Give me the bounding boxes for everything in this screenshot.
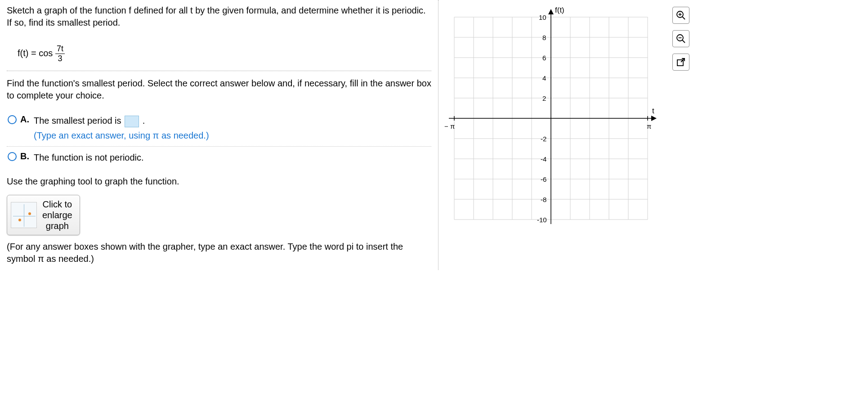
instruction-text: Find the function's smallest period. Sel… <box>7 77 431 102</box>
svg-text:6: 6 <box>542 54 546 62</box>
choice-a-hint: (Type an exact answer, using π as needed… <box>34 129 209 142</box>
svg-text:10: 10 <box>539 13 546 21</box>
choice-b-letter: B. <box>20 151 29 162</box>
svg-text:8: 8 <box>542 34 546 41</box>
formula-lhs: f(t) = cos <box>18 48 53 58</box>
grapher-note: (For any answer boxes shown with the gra… <box>7 241 431 265</box>
x-tick-left: − π <box>444 122 455 130</box>
choices-group: A. The smallest period is . (Type an exa… <box>7 112 431 166</box>
choice-b-text: The function is not periodic. <box>34 151 144 164</box>
choice-a-before: The smallest period is <box>34 116 124 126</box>
svg-text:-6: -6 <box>541 175 546 183</box>
x-tick-right: π <box>647 122 651 130</box>
question-panel: Sketch a graph of the function f defined… <box>0 0 438 270</box>
svg-text:-10: -10 <box>537 216 547 224</box>
enlarge-graph-label: Click toenlargegraph <box>42 199 72 231</box>
graph-panel: 10 8 6 4 2 -2 -4 -6 -8 -10 − π π f(t) t <box>438 0 677 270</box>
svg-line-35 <box>682 17 685 19</box>
choice-b: B. The function is not periodic. <box>7 148 431 166</box>
enlarge-graph-button[interactable]: Click toenlargegraph <box>7 195 80 235</box>
zoom-out-button[interactable] <box>672 30 689 47</box>
zoom-in-icon <box>676 10 686 20</box>
svg-text:-2: -2 <box>541 135 546 143</box>
answer-input-a[interactable] <box>125 116 139 127</box>
graph-prompt: Use the graphing tool to graph the funct… <box>7 176 431 187</box>
choice-a: A. The smallest period is . (Type an exa… <box>7 112 431 144</box>
popout-button[interactable] <box>672 54 689 71</box>
y-axis-label: f(t) <box>555 6 564 14</box>
svg-text:4: 4 <box>542 74 546 82</box>
x-arrow-icon <box>651 116 657 121</box>
y-arrow-icon <box>548 9 554 14</box>
svg-line-42 <box>681 58 685 62</box>
formula: f(t) = cos 7t 3 <box>7 38 431 71</box>
choice-a-text: The smallest period is . (Type an exact … <box>34 114 209 142</box>
formula-fraction: 7t 3 <box>55 44 65 63</box>
choice-a-letter: A. <box>20 114 29 125</box>
svg-text:-4: -4 <box>541 155 546 163</box>
zoom-in-button[interactable] <box>672 7 689 24</box>
svg-text:2: 2 <box>542 94 546 102</box>
zoom-out-icon <box>676 34 686 44</box>
graph-thumb-icon <box>11 202 37 228</box>
plot-svg: 10 8 6 4 2 -2 -4 -6 -8 -10 − π π f(t) t <box>445 8 657 229</box>
problem-intro: Sketch a graph of the function f defined… <box>7 4 431 29</box>
svg-text:-8: -8 <box>541 196 546 203</box>
svg-line-39 <box>682 40 685 43</box>
formula-numerator: 7t <box>55 44 65 54</box>
popout-icon <box>676 58 685 67</box>
choice-a-after: . <box>143 116 145 126</box>
radio-a[interactable] <box>8 115 17 124</box>
formula-denominator: 3 <box>55 54 65 63</box>
coordinate-plot[interactable]: 10 8 6 4 2 -2 -4 -6 -8 -10 − π π f(t) t <box>445 8 657 229</box>
tools-panel <box>672 7 689 71</box>
x-axis-label: t <box>652 107 654 115</box>
radio-b[interactable] <box>8 152 17 161</box>
